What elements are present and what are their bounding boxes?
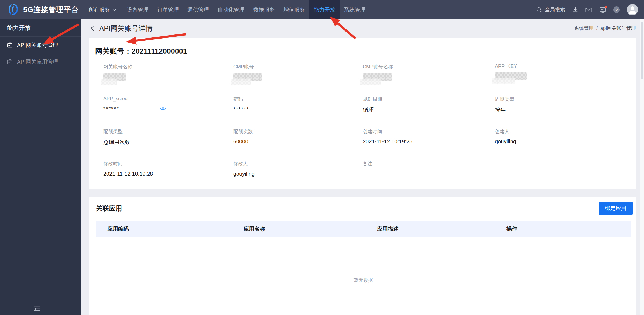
chevron-down-icon	[112, 8, 117, 12]
gateway-account-heading: 网关账号：20211112000001	[95, 46, 636, 56]
back-button[interactable]	[90, 25, 96, 32]
redacted-value	[233, 73, 262, 81]
masked-value: ******	[233, 106, 249, 112]
table-empty-body: 暂无数据	[96, 237, 631, 298]
clipboard-icon	[6, 58, 13, 65]
search-icon	[536, 7, 542, 13]
clipboard-icon	[6, 42, 13, 48]
brand-logo-icon	[7, 4, 19, 16]
nav-item-all-services[interactable]: 所有服务	[84, 0, 123, 19]
sidebar-title: 能力开放	[0, 19, 81, 37]
redacted-value	[103, 73, 126, 81]
redacted-value	[363, 73, 392, 81]
nav-item-data-services[interactable]: 数据服务	[249, 0, 279, 19]
svg-text:?: ?	[615, 8, 618, 12]
sidebar-item-api-gateway-account-management[interactable]: API网关账号管理	[0, 37, 81, 53]
field-app-key: APP_KEY	[495, 64, 636, 96]
main-area: API网关账号详情 系统管理 / api网关账号管理 网关账号：20211112…	[81, 19, 644, 315]
sidebar-item-label: API网关账号管理	[17, 41, 58, 49]
related-apps-card: 关联应用 绑定应用 应用编码 应用名称 应用描述 操作 暂无数据	[89, 197, 636, 315]
mail-icon[interactable]	[585, 6, 592, 13]
avatar[interactable]	[627, 4, 638, 15]
col-app-description: 应用描述	[366, 225, 495, 233]
related-apps-title: 关联应用	[96, 204, 122, 213]
col-app-name: 应用名称	[232, 225, 366, 233]
field-quota-count: 配额次数 60000	[233, 128, 363, 161]
field-rule-cycle: 规则周期 循环	[363, 96, 495, 128]
monitor-icon[interactable]	[599, 6, 606, 13]
col-actions: 操作	[495, 225, 631, 233]
field-gateway-account-name: 网关账号名称	[103, 64, 233, 96]
global-search[interactable]: 全局搜索	[536, 6, 565, 13]
field-remark: 备注	[363, 161, 495, 189]
field-creator: 创建人 gouyiling	[495, 128, 636, 161]
nav-item-order-management[interactable]: 订单管理	[153, 0, 183, 19]
sidebar-item-label: API网关应用管理	[17, 58, 58, 65]
search-label: 全局搜索	[545, 6, 565, 13]
nav-item-capability-openness[interactable]: 能力开放	[309, 0, 340, 19]
gateway-account-value: 20211112000001	[132, 47, 187, 55]
page-scrollbar-track	[640, 19, 644, 315]
nav-item-automation-management[interactable]: 自动化管理	[213, 0, 249, 19]
breadcrumb-separator: /	[594, 26, 600, 31]
sidebar-fold-icon[interactable]	[33, 306, 41, 312]
field-modifier: 修改人 gouyiling	[233, 161, 363, 189]
brand[interactable]: 5G连接管理平台	[0, 4, 84, 16]
field-cmp-account-name: CMP账号名称	[363, 64, 495, 96]
field-password: 密码 ******	[233, 96, 363, 128]
field-modify-time: 修改时间 2021-11-12 10:19:28	[103, 161, 233, 189]
bind-app-button[interactable]: 绑定应用	[599, 202, 633, 215]
nav-item-system-management[interactable]: 系统管理	[340, 0, 370, 19]
eye-icon[interactable]	[160, 105, 166, 112]
sidebar: 能力开放 API网关账号管理 API网关应用管理	[0, 19, 81, 315]
detail-card: 网关账号：20211112000001 网关账号名称 CMP账号 CMP账号名称…	[89, 38, 636, 189]
empty-state-text: 暂无数据	[354, 277, 373, 283]
field-cmp-account: CMP账号	[233, 64, 363, 96]
field-cycle-type: 周期类型 按年	[495, 96, 636, 128]
col-app-code: 应用编码	[96, 225, 232, 233]
masked-value: ******	[103, 106, 119, 112]
app-window: 5G连接管理平台 所有服务 设备管理 订单管理 通信管理 自动化管理 数据服务 …	[0, 0, 644, 315]
sidebar-item-api-gateway-app-management[interactable]: API网关应用管理	[0, 53, 81, 70]
related-apps-header: 关联应用 绑定应用	[89, 197, 636, 215]
top-navbar: 5G连接管理平台 所有服务 设备管理 订单管理 通信管理 自动化管理 数据服务 …	[0, 0, 644, 19]
help-icon[interactable]: ?	[613, 6, 620, 13]
nav-menu: 所有服务 设备管理 订单管理 通信管理 自动化管理 数据服务 增值服务 能力开放…	[84, 0, 370, 19]
field-empty	[495, 161, 636, 189]
field-quota-type: 配额类型 总调用次数	[103, 128, 233, 161]
notification-dot	[605, 6, 607, 8]
related-apps-table: 应用编码 应用名称 应用描述 操作 暂无数据	[96, 221, 631, 298]
page-header: API网关账号详情 系统管理 / api网关账号管理	[81, 19, 644, 37]
gateway-account-label: 网关账号：	[95, 47, 132, 55]
nav-item-value-added-services[interactable]: 增值服务	[279, 0, 309, 19]
nav-right-tools: 全局搜索	[536, 4, 644, 15]
field-app-secret: APP_screct ******	[103, 96, 233, 128]
download-icon[interactable]	[572, 6, 578, 13]
detail-fields-grid: 网关账号名称 CMP账号 CMP账号名称 APP_KEY APP_screct	[95, 64, 636, 189]
breadcrumb-system-management[interactable]: 系统管理	[574, 25, 594, 32]
nav-item-communication-management[interactable]: 通信管理	[183, 0, 213, 19]
breadcrumb: 系统管理 / api网关账号管理	[574, 25, 636, 32]
page-scrollbar-thumb[interactable]	[641, 22, 643, 79]
field-create-time: 创建时间 2021-11-12 10:19:25	[363, 128, 495, 161]
redacted-value	[495, 72, 527, 80]
table-header-row: 应用编码 应用名称 应用描述 操作	[96, 221, 631, 237]
nav-item-device-management[interactable]: 设备管理	[123, 0, 153, 19]
brand-title: 5G连接管理平台	[23, 5, 79, 15]
breadcrumb-api-gateway-account[interactable]: api网关账号管理	[600, 25, 636, 32]
page-title: API网关账号详情	[99, 24, 153, 33]
